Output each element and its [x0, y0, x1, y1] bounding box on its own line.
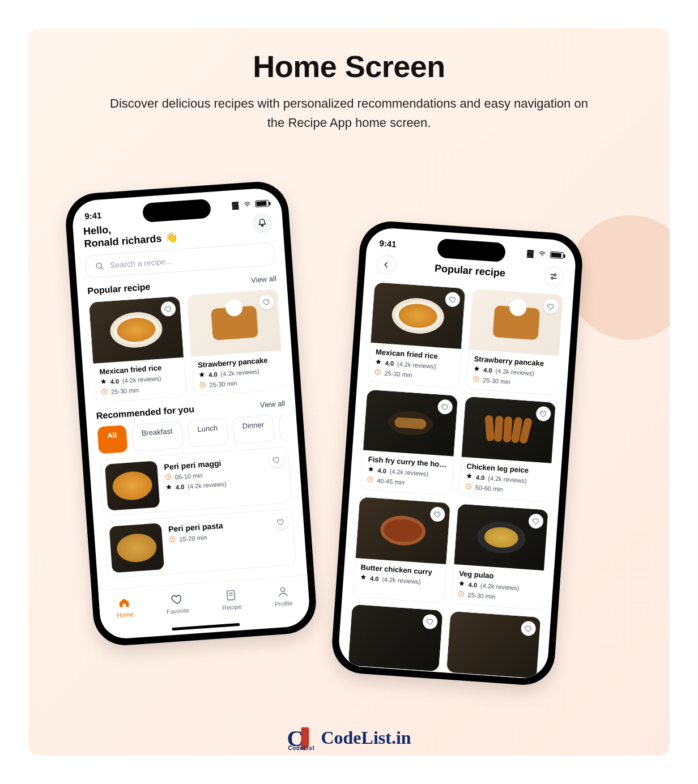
bell-icon	[256, 218, 268, 229]
popular-list: Mexican fried rice 4.0 (4.2k reviews) 25…	[88, 289, 284, 403]
brand-footer: C CodeList CodeList.in	[287, 725, 411, 750]
recipe-icon	[224, 589, 237, 602]
search-placeholder: Search a recipe...	[110, 257, 173, 270]
brand-logo-icon: C CodeList	[287, 725, 315, 750]
favorite-toggle[interactable]	[430, 506, 446, 522]
chip-dinner[interactable]: Dinner	[232, 415, 275, 445]
recipe-card[interactable]: Mexican fried rice 4.0 (4.2k reviews) 25…	[88, 296, 187, 403]
chip-light-food[interactable]: Light food	[279, 414, 288, 441]
recipe-card[interactable]: Veg pulao 4.0(4.2k reviews) 25-30 min	[450, 503, 549, 610]
wave-emoji-icon: 👋	[165, 231, 178, 244]
star-icon	[198, 371, 206, 380]
rating: 4.0	[370, 575, 379, 582]
popular-grid: Mexican fried rice 4.0(4.2k reviews) 25-…	[347, 282, 563, 679]
heart-icon	[547, 302, 555, 310]
favorite-toggle[interactable]	[535, 406, 551, 422]
sliders-icon	[548, 271, 559, 282]
recipe-card[interactable]: Mexican fried rice 4.0(4.2k reviews) 25-…	[367, 282, 466, 389]
reviews: (4.2k reviews)	[397, 360, 436, 370]
home-icon	[117, 596, 130, 609]
chip-breakfast[interactable]: Breakfast	[131, 421, 184, 451]
cook-time: 25-30 min	[384, 370, 412, 378]
star-icon	[458, 580, 465, 589]
back-button[interactable]	[376, 254, 397, 275]
favorite-toggle[interactable]	[160, 301, 176, 317]
recipe-card[interactable]: Chicken leg peice 4.0(4.2k reviews) 50-6…	[458, 396, 557, 503]
rating: 4.0	[176, 483, 185, 491]
profile-icon	[276, 585, 289, 598]
favorite-toggle[interactable]	[445, 292, 461, 308]
favorite-toggle[interactable]	[269, 452, 284, 468]
thumb	[105, 461, 160, 510]
tab-favorite[interactable]: Favorite	[165, 592, 189, 615]
heart-icon	[524, 624, 533, 633]
cook-time: 25-30 min	[111, 386, 139, 395]
heart-icon	[273, 455, 281, 464]
rating: 4.0	[208, 371, 218, 378]
battery-icon	[550, 252, 564, 259]
heart-icon	[171, 592, 184, 605]
reviews: (4.2k reviews)	[188, 480, 227, 490]
favorite-toggle[interactable]	[528, 513, 544, 529]
cook-time: 25-30 min	[483, 377, 511, 385]
clock-icon	[164, 474, 172, 482]
recommended-view-all[interactable]: View all	[259, 399, 286, 409]
favorite-toggle[interactable]	[273, 514, 289, 530]
clock-icon	[374, 368, 381, 377]
recommended-item[interactable]: Peri peri pasta 15-20 min	[104, 509, 296, 578]
favorite-toggle[interactable]	[422, 614, 438, 630]
phone-home: 9:41 ䷀ Hello, Ronald richards 👋	[64, 180, 318, 647]
rating: 4.0	[483, 367, 492, 374]
recipe-card[interactable]: Strawberry pancake 4.0(4.2k reviews) 25-…	[466, 288, 563, 395]
chip-lunch[interactable]: Lunch	[187, 418, 228, 448]
tab-recipe[interactable]: Recipe	[221, 588, 242, 611]
recommended-title: Recommended for you	[96, 404, 194, 421]
popular-view-all[interactable]: View all	[251, 274, 277, 284]
recipe-card[interactable]: Fish fry curry the home... 4.0(4.2k revi…	[360, 389, 458, 496]
recipe-name: Peri peri pasta	[168, 521, 223, 534]
reviews: (4.2k reviews)	[382, 576, 421, 585]
favorite-toggle[interactable]	[521, 621, 537, 637]
status-time: 9:41	[84, 210, 102, 221]
reviews: (4.2k reviews)	[488, 475, 527, 484]
clock-icon	[367, 476, 374, 484]
recipe-card[interactable]: Butter chicken curry 4.0(4.2k reviews)	[352, 496, 451, 603]
heart-icon	[433, 510, 442, 518]
tab-profile[interactable]: Profile	[274, 585, 293, 607]
filter-button[interactable]	[543, 266, 564, 287]
recipe-card[interactable]: Strawberry pancake 4.0 (4.2k reviews) 25…	[186, 289, 284, 397]
chevron-left-icon	[381, 260, 391, 270]
rating: 4.0	[377, 467, 386, 474]
chip-all[interactable]: All	[97, 425, 127, 454]
cook-time: 50-60 min	[475, 484, 503, 492]
wifi-icon	[242, 199, 252, 210]
battery-icon	[255, 200, 269, 208]
cellular-icon: ䷀	[231, 200, 240, 211]
cook-time: 40-45 min	[377, 477, 405, 485]
reviews: (4.2k reviews)	[480, 582, 520, 591]
recipe-card[interactable]	[446, 611, 542, 679]
heart-icon	[539, 410, 548, 418]
clock-icon	[457, 590, 465, 599]
clock-icon	[465, 483, 472, 491]
favorite-toggle[interactable]	[259, 294, 275, 310]
notifications-button[interactable]	[252, 212, 273, 234]
recommended-item[interactable]: Peri peri maggi 05-10 min 4.0(4.2k revie…	[99, 446, 292, 516]
heart-icon	[164, 305, 173, 313]
rating: 4.0	[476, 474, 485, 481]
favorite-toggle[interactable]	[437, 399, 453, 415]
page-subtitle: Discover delicious recipes with personal…	[105, 94, 593, 133]
search-icon	[94, 261, 105, 271]
phone-popular: 9:41 ䷀ Popular recipe	[330, 219, 585, 687]
reviews: (4.2k reviews)	[122, 375, 161, 385]
recipe-card[interactable]	[347, 604, 443, 672]
clock-icon	[169, 535, 176, 544]
status-time: 9:41	[379, 238, 397, 249]
tab-home[interactable]: Home	[116, 596, 134, 619]
reviews: (4.2k reviews)	[495, 367, 534, 377]
favorite-toggle[interactable]	[543, 299, 559, 314]
cook-time: 05-10 min	[174, 472, 203, 480]
star-icon	[165, 484, 173, 492]
rating: 4.0	[385, 360, 394, 367]
rating: 4.0	[468, 581, 477, 589]
